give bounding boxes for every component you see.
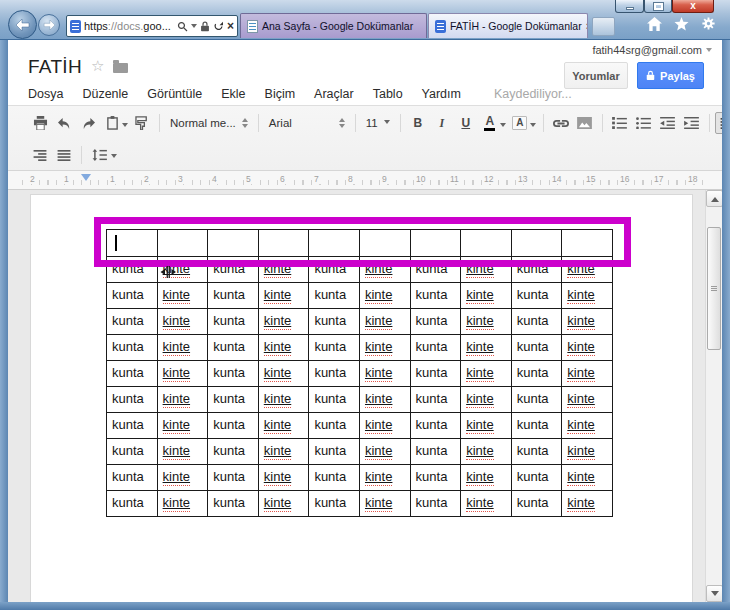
table-cell[interactable]: kunta	[309, 413, 360, 439]
document-paper[interactable]: kuntakintekuntakintekuntakintekuntakinte…	[30, 194, 693, 602]
table-cell[interactable]: kunta	[512, 387, 563, 413]
table-cell[interactable]: kunta	[512, 491, 563, 517]
table-cell[interactable]: kunta	[512, 413, 563, 439]
bulleted-list-button[interactable]	[632, 112, 656, 134]
table-cell[interactable]: kunta	[107, 491, 158, 517]
table-cell[interactable]: kunta	[411, 413, 462, 439]
minimize-button[interactable]	[615, 0, 644, 13]
table-cell[interactable]: kinte	[461, 387, 512, 413]
folder-icon[interactable]	[113, 63, 128, 73]
table-cell[interactable]: kunta	[309, 491, 360, 517]
table-cell[interactable]: kunta	[208, 387, 259, 413]
table-cell[interactable]: kinte	[158, 413, 209, 439]
table-cell[interactable]: kinte	[158, 465, 209, 491]
table-cell[interactable]: kunta	[411, 491, 462, 517]
table-cell[interactable]: kunta	[411, 465, 462, 491]
tab-close-icon[interactable]: ×	[586, 20, 588, 32]
highlight-color-button[interactable]: A	[508, 112, 532, 134]
text-color-dropdown-icon[interactable]	[500, 123, 506, 130]
print-button[interactable]	[28, 112, 52, 134]
table-cell[interactable]: kunta	[512, 361, 563, 387]
highlight-dropdown-icon[interactable]	[530, 123, 536, 130]
table-cell[interactable]: kinte	[259, 335, 310, 361]
table-cell[interactable]: kunta	[411, 309, 462, 335]
table-cell[interactable]: kinte	[461, 413, 512, 439]
table-cell[interactable]: kinte	[259, 283, 310, 309]
table-cell[interactable]: kinte	[158, 309, 209, 335]
numbered-list-button[interactable]	[608, 112, 632, 134]
table-cell[interactable]: kinte	[259, 413, 310, 439]
table-cell[interactable]: kinte	[360, 465, 411, 491]
table-cell[interactable]: kinte	[562, 309, 613, 335]
refresh-icon[interactable]	[213, 21, 224, 32]
text-color-button[interactable]: A	[478, 112, 502, 134]
back-button[interactable]	[8, 10, 37, 39]
table-cell[interactable]: kunta	[512, 335, 563, 361]
align-right-button[interactable]	[28, 144, 52, 166]
table-cell[interactable]: kunta	[107, 283, 158, 309]
table-cell[interactable]: kunta	[208, 465, 259, 491]
table-cell[interactable]: kinte	[562, 439, 613, 465]
table-cell[interactable]: kunta	[309, 439, 360, 465]
table-cell[interactable]: kinte	[360, 491, 411, 517]
table-cell[interactable]: kinte	[562, 465, 613, 491]
menu-görüntüle[interactable]: Görüntüle	[147, 87, 202, 101]
line-spacing-button[interactable]	[87, 144, 111, 166]
menu-tablo[interactable]: Tablo	[373, 87, 403, 101]
scrollbar[interactable]	[705, 190, 722, 602]
table-cell[interactable]: kinte	[360, 283, 411, 309]
tab-fatih[interactable]: FATİH - Google Dokümanlar ×	[428, 13, 588, 38]
table-cell[interactable]: kinte	[461, 361, 512, 387]
table-cell[interactable]: kunta	[411, 387, 462, 413]
table-cell[interactable]: kinte	[158, 491, 209, 517]
table-cell[interactable]: kunta	[107, 387, 158, 413]
account-menu[interactable]: fatih44srg@gmail.com	[592, 44, 712, 56]
table-cell[interactable]: kunta	[107, 309, 158, 335]
bold-button[interactable]: B	[406, 112, 430, 134]
scrollbar-thumb[interactable]	[707, 227, 721, 350]
table-cell[interactable]: kinte	[562, 335, 613, 361]
table-cell[interactable]: kunta	[411, 283, 462, 309]
table-cell[interactable]: kunta	[512, 465, 563, 491]
menu-ekle[interactable]: Ekle	[221, 87, 245, 101]
paste-dropdown-icon[interactable]	[122, 123, 128, 130]
paste-button[interactable]	[100, 112, 124, 134]
decrease-indent-button[interactable]	[656, 112, 680, 134]
comments-button[interactable]: Yorumlar	[564, 62, 628, 89]
favorites-star-icon[interactable]	[674, 17, 689, 31]
table-cell[interactable]: kinte	[461, 283, 512, 309]
table-cell[interactable]: kunta	[208, 309, 259, 335]
table-cell[interactable]: kunta	[309, 283, 360, 309]
tab-ana-sayfa[interactable]: Ana Sayfa - Google Dokümanlar	[240, 13, 427, 38]
increase-indent-button[interactable]	[680, 112, 704, 134]
table-cell[interactable]: kunta	[512, 439, 563, 465]
table-cell[interactable]: kunta	[208, 491, 259, 517]
redo-button[interactable]	[76, 112, 100, 134]
table-cell[interactable]: kunta	[208, 361, 259, 387]
styles-dropdown[interactable]: Normal me...	[165, 112, 253, 134]
share-button[interactable]: Paylaş	[637, 62, 704, 89]
table-cell[interactable]: kunta	[309, 309, 360, 335]
table-cell[interactable]: kinte	[158, 283, 209, 309]
undo-button[interactable]	[52, 112, 76, 134]
table-cell[interactable]: kunta	[309, 387, 360, 413]
left-margin-marker[interactable]	[81, 174, 91, 186]
table-cell[interactable]: kinte	[360, 309, 411, 335]
table-cell[interactable]: kinte	[562, 283, 613, 309]
search-dropdown-icon[interactable]	[191, 24, 197, 31]
table-cell[interactable]: kinte	[360, 439, 411, 465]
font-size-dropdown[interactable]: 11	[361, 112, 395, 134]
table-cell[interactable]: kinte	[461, 335, 512, 361]
address-bar[interactable]: https://docs.goo... ×	[66, 15, 238, 37]
table-cell[interactable]: kinte	[562, 491, 613, 517]
table-cell[interactable]: kinte	[461, 465, 512, 491]
table-cell[interactable]: kunta	[208, 283, 259, 309]
menu-araçlar[interactable]: Araçlar	[314, 87, 354, 101]
underline-button[interactable]: U	[454, 112, 478, 134]
table-cell[interactable]: kunta	[107, 361, 158, 387]
table-cell[interactable]: kunta	[512, 309, 563, 335]
table-cell[interactable]: kinte	[360, 335, 411, 361]
table-cell[interactable]: kunta	[309, 335, 360, 361]
italic-button[interactable]: I	[430, 112, 454, 134]
menu-yardım[interactable]: Yardım	[422, 87, 461, 101]
